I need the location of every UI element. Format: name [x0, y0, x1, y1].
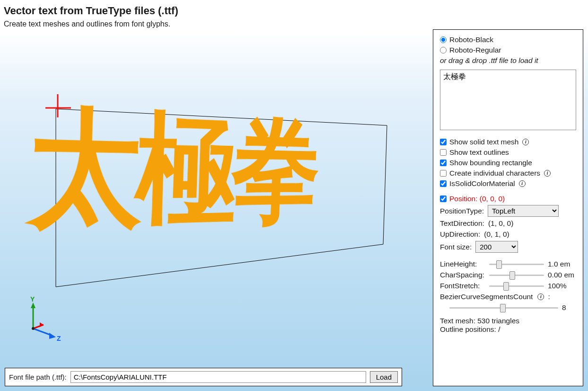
line-height-slider[interactable]: [489, 260, 544, 268]
load-button[interactable]: Load: [370, 371, 398, 383]
up-direction-row: UpDirection: (0, 1, 0): [440, 230, 576, 239]
stat-mesh: Text mesh: 530 triangles: [440, 317, 576, 325]
font-label: Roboto-Regular: [449, 46, 501, 54]
font-radio-roboto-black[interactable]: Roboto-Black: [440, 36, 576, 44]
page-title: Vector text from TrueType files (.ttf): [4, 5, 584, 17]
check-position[interactable]: Position: (0, 0, 0): [440, 195, 576, 203]
font-stretch-row: FontStretch: 100%: [440, 282, 576, 290]
stat-outline: Outline positions: /: [440, 325, 576, 334]
font-size-select[interactable]: 200: [475, 241, 518, 253]
svg-point-9: [32, 327, 35, 330]
rendered-text: 太極拳: [26, 80, 350, 259]
page-subtitle: Create text meshes and outlines from fon…: [4, 20, 584, 28]
check-solid-mesh[interactable]: Show solid text mesh: [440, 138, 576, 146]
position-type-row: PositionType: TopLeft: [440, 205, 576, 217]
text-direction-row: TextDirection: (1, 0, 0): [440, 219, 576, 228]
font-path-input[interactable]: [70, 371, 366, 383]
check-individual-chars[interactable]: Create individual characters: [440, 169, 576, 178]
settings-panel: Roboto-Black Roboto-Regular or drag & dr…: [433, 29, 583, 386]
drag-drop-hint: or drag & drop .ttf file to load it: [440, 56, 576, 65]
axis-y-label: Y: [30, 295, 35, 303]
font-stretch-slider[interactable]: [489, 282, 544, 290]
info-icon[interactable]: [519, 180, 526, 187]
bezier-slider[interactable]: [449, 303, 558, 312]
font-radio-roboto-regular[interactable]: Roboto-Regular: [440, 46, 576, 54]
check-outlines[interactable]: Show text outlines: [440, 148, 576, 157]
check-solid-color-material[interactable]: IsSolidColorMaterial: [440, 179, 576, 188]
position-type-select[interactable]: TopLeft: [488, 205, 559, 217]
info-icon[interactable]: [537, 293, 544, 300]
info-icon[interactable]: [544, 170, 551, 177]
bezier-row: 8: [440, 303, 576, 312]
viewport-3d[interactable]: 太極拳 Y Z: [0, 33, 430, 360]
font-size-row: Font size: 200: [440, 241, 576, 253]
char-spacing-row: CharSpacing: 0.00 em: [440, 271, 576, 279]
info-icon[interactable]: [522, 139, 529, 145]
font-label: Roboto-Black: [449, 36, 493, 44]
line-height-row: LineHeight: 1.0 em: [440, 260, 576, 268]
font-path-label: Font file path (.ttf):: [9, 373, 67, 381]
check-bounding-rect[interactable]: Show bounding rectangle: [440, 159, 576, 167]
bezier-label-row: BezierCurveSegmentsCount :: [440, 293, 576, 301]
font-path-bar: Font file path (.ttf): Load: [5, 368, 402, 386]
text-input[interactable]: 太極拳: [440, 70, 576, 130]
axis-z-label: Z: [57, 335, 61, 342]
char-spacing-slider[interactable]: [489, 271, 544, 279]
